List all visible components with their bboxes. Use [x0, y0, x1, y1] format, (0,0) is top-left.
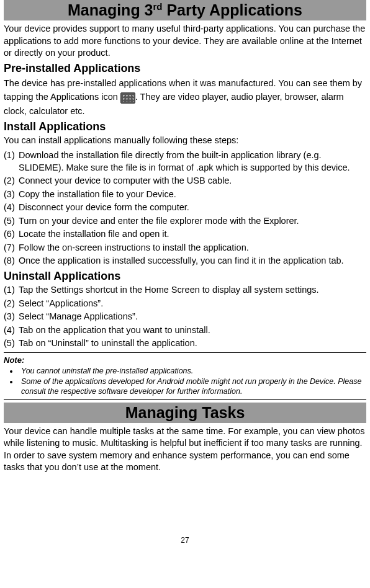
section-header-managing-apps: Managing 3rd Party Applications: [4, 0, 366, 20]
list-item: (6)Locate the installation file and open…: [4, 228, 366, 241]
list-item: (5)Tab on “Uninstall” to uninstall the a…: [4, 337, 366, 350]
subhead-preinstalled: Pre-installed Applications: [4, 62, 366, 75]
step-text: Locate the installation file and open it…: [19, 229, 169, 239]
subhead-install: Install Applications: [4, 120, 366, 133]
preinstalled-paragraph: The device has pre-installed application…: [4, 76, 366, 118]
divider: [4, 399, 366, 400]
note-text: Some of the applications developed for A…: [21, 377, 361, 396]
divider: [4, 352, 366, 353]
note-heading: Note:: [4, 355, 366, 365]
step-text: Once the application is installed succes…: [19, 256, 344, 265]
list-item: You cannot uninstall the pre-installed a…: [19, 366, 366, 376]
step-text: Follow the on-screen instructions to ins…: [19, 243, 249, 252]
step-text: Tap the Settings shortcut in the Home Sc…: [19, 285, 319, 295]
step-text: Download the installation file directly …: [19, 150, 350, 172]
install-intro: You can install applications manually fo…: [4, 135, 366, 147]
step-text: Disconnect your device form the computer…: [19, 202, 189, 212]
header-text-sup: rd: [153, 1, 163, 12]
page-number: 27: [4, 536, 366, 545]
step-text: Tab on the application that you want to …: [19, 325, 210, 335]
note-list: You cannot uninstall the pre-installed a…: [4, 366, 366, 397]
header-text-pre: Managing 3: [68, 1, 153, 19]
section-header-managing-tasks: Managing Tasks: [4, 403, 366, 423]
list-item: (4)Tab on the application that you want …: [4, 324, 366, 337]
list-item: (1)Download the installation file direct…: [4, 149, 366, 174]
step-text: Connect your device to computer with the…: [19, 176, 232, 185]
list-item: (3)Copy the installation file to your De…: [4, 189, 366, 201]
subhead-uninstall: Uninstall Applications: [4, 270, 366, 283]
list-item: Some of the applications developed for A…: [19, 376, 366, 397]
list-item: (7)Follow the on-screen instructions to …: [4, 242, 366, 254]
list-item: (4)Disconnect your device form the compu…: [4, 202, 366, 214]
list-item: (1)Tap the Settings shortcut in the Home…: [4, 284, 366, 296]
step-text: Copy the installation file to your Devic…: [19, 189, 176, 199]
list-item: (2)Connect your device to computer with …: [4, 175, 366, 187]
note-text: You cannot uninstall the pre-installed a…: [21, 367, 193, 375]
header-text-post: Party Applications: [163, 1, 303, 19]
intro-paragraph-1: Your device provides support to many use…: [4, 23, 366, 60]
intro-paragraph-2: Your device can handle multiple tasks at…: [4, 425, 366, 474]
applications-grid-icon: [120, 92, 135, 104]
uninstall-steps-list: (1)Tap the Settings shortcut in the Home…: [4, 284, 366, 350]
step-text: Tab on “Uninstall” to uninstall the appl…: [19, 338, 197, 348]
list-item: (3)Select “Manage Applications”.: [4, 311, 366, 323]
step-text: Select “Applications”.: [19, 298, 103, 308]
list-item: (2)Select “Applications”.: [4, 298, 366, 310]
list-item: (8)Once the application is installed suc…: [4, 255, 366, 267]
document-page: Managing 3rd Party Applications Your dev…: [0, 0, 370, 550]
step-text: Select “Manage Applications”.: [19, 311, 138, 321]
step-text: Turn on your device and enter the file e…: [19, 216, 299, 226]
list-item: (5)Turn on your device and enter the fil…: [4, 215, 366, 228]
install-steps-list: (1)Download the installation file direct…: [4, 149, 366, 267]
